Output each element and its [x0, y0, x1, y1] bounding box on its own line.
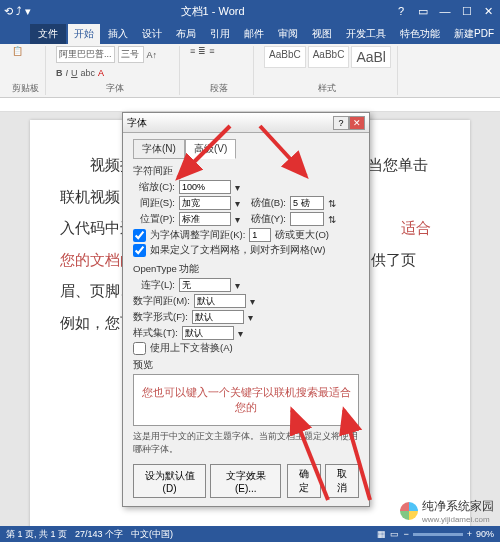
view-read-icon[interactable]: ▭ [390, 529, 399, 539]
tab-design[interactable]: 设计 [136, 24, 168, 44]
styleset-combo[interactable] [182, 326, 234, 340]
font-size-combo[interactable]: 三号 [118, 46, 144, 63]
spacing-combo[interactable] [179, 196, 231, 210]
language-status[interactable]: 中文(中国) [131, 528, 173, 541]
set-default-button[interactable]: 设为默认值(D) [133, 464, 206, 498]
view-print-icon[interactable]: ▦ [377, 529, 386, 539]
word-count[interactable]: 27/143 个字 [75, 528, 123, 541]
watermark-text: 纯净系统家园 [422, 498, 494, 515]
align-icon[interactable]: ≡ [209, 46, 214, 56]
zoom-out-icon[interactable]: − [403, 529, 408, 539]
group-label: 段落 [190, 82, 247, 95]
spacing-label: 间距(S): [133, 197, 175, 210]
position-combo[interactable] [179, 212, 231, 226]
tab-special[interactable]: 特色功能 [394, 24, 446, 44]
dialog-tab-advanced[interactable]: 高级(V) [185, 139, 236, 159]
zoom-slider[interactable] [413, 533, 463, 536]
font-color-icon[interactable]: A [98, 68, 104, 78]
tab-layout[interactable]: 布局 [170, 24, 202, 44]
dialog-tab-font[interactable]: 字体(N) [133, 139, 185, 159]
bold-button[interactable]: B [56, 68, 63, 78]
group-clipboard: 📋 剪贴板 [6, 46, 46, 95]
font-dialog: 字体 ? ✕ 字体(N) 高级(V) 字符间距 缩放(C): ▾ 间距(S): … [122, 112, 370, 507]
text-effects-button[interactable]: 文字效果(E)... [210, 464, 281, 498]
ribbon: 📋 剪贴板 阿里巴巴普... 三号 A↑ B I U abc A 字体 ≡ ≣ … [0, 44, 500, 98]
snapgrid-checkbox[interactable] [133, 244, 146, 257]
zoom-level[interactable]: 90% [476, 529, 494, 539]
group-styles: AaBbC AaBbC AaBl 样式 [258, 46, 398, 95]
paste-icon[interactable]: 📋 [12, 46, 23, 56]
tab-newpdf[interactable]: 新建PDF [448, 24, 500, 44]
tab-home[interactable]: 开始 [68, 24, 100, 44]
styleset-label: 样式集(T): [133, 327, 178, 340]
style-heading1[interactable]: AaBl [351, 46, 391, 68]
close-icon[interactable]: ✕ [482, 5, 496, 18]
preview-box: 您也可以键入一个关键字以联机搜索最适合您的 [133, 374, 359, 426]
ribbon-toggle-icon[interactable]: ▭ [416, 5, 430, 18]
spinner-icon[interactable]: ⇅ [328, 214, 336, 225]
tab-review[interactable]: 审阅 [272, 24, 304, 44]
dialog-close-icon[interactable]: ✕ [349, 116, 365, 130]
numform-label: 数字形式(F): [133, 311, 188, 324]
dialog-body: 字体(N) 高级(V) 字符间距 缩放(C): ▾ 间距(S): ▾ 磅值(B)… [123, 133, 369, 506]
section-label: 字符间距 [133, 165, 359, 178]
window-buttons: ? ▭ — ☐ ✕ [394, 5, 496, 18]
page-status[interactable]: 第 1 页, 共 1 页 [6, 528, 67, 541]
numspacing-combo[interactable] [194, 294, 246, 308]
file-tab[interactable]: 文件 [30, 24, 66, 44]
spinner-icon[interactable]: ⇅ [328, 198, 336, 209]
dropdown-icon[interactable]: ▾ [250, 296, 255, 307]
tab-view[interactable]: 视图 [306, 24, 338, 44]
font-name-combo[interactable]: 阿里巴巴普... [56, 46, 115, 63]
contextual-checkbox[interactable] [133, 342, 146, 355]
style-nospace[interactable]: AaBbC [308, 46, 350, 68]
group-font: 阿里巴巴普... 三号 A↑ B I U abc A 字体 [50, 46, 180, 95]
dropdown-icon[interactable]: ▾ [238, 328, 243, 339]
tab-references[interactable]: 引用 [204, 24, 236, 44]
bullets-icon[interactable]: ≡ [190, 46, 195, 56]
underline-button[interactable]: U [71, 68, 78, 78]
dropdown-icon[interactable]: ▾ [235, 198, 240, 209]
style-normal[interactable]: AaBbC [264, 46, 306, 68]
group-label: 字体 [56, 82, 173, 95]
scale-label: 缩放(C): [133, 181, 175, 194]
position-label: 位置(P): [133, 213, 175, 226]
window-titlebar: ⟲ ⤴ ▾ 文档1 - Word ? ▭ — ☐ ✕ [0, 0, 500, 22]
scale-combo[interactable] [179, 180, 231, 194]
kerning-label: 为字体调整字间距(K): [150, 229, 245, 242]
tab-insert[interactable]: 插入 [102, 24, 134, 44]
numform-combo[interactable] [192, 310, 244, 324]
dialog-title: 字体 [127, 116, 147, 130]
kerning-input[interactable] [249, 228, 271, 242]
italic-button[interactable]: I [66, 68, 69, 78]
ligature-combo[interactable] [179, 278, 231, 292]
ok-button[interactable]: 确定 [287, 464, 321, 498]
numbering-icon[interactable]: ≣ [198, 46, 206, 56]
dialog-help-icon[interactable]: ? [333, 116, 349, 130]
maximize-icon[interactable]: ☐ [460, 5, 474, 18]
cancel-button[interactable]: 取消 [325, 464, 359, 498]
group-paragraph: ≡ ≣ ≡ 段落 [184, 46, 254, 95]
position-pt-input[interactable] [290, 212, 324, 226]
contextual-label: 使用上下文替换(A) [150, 342, 233, 355]
strike-button[interactable]: abc [81, 68, 96, 78]
preview-label: 预览 [133, 359, 359, 372]
tab-mailings[interactable]: 邮件 [238, 24, 270, 44]
spacing-pt-input[interactable] [290, 196, 324, 210]
dropdown-icon[interactable]: ▾ [248, 312, 253, 323]
dropdown-icon[interactable]: ▾ [235, 214, 240, 225]
help-icon[interactable]: ? [394, 5, 408, 18]
dropdown-icon[interactable]: ▾ [235, 280, 240, 291]
kerning-unit: 磅或更大(O) [275, 229, 329, 242]
spacing-pt-label: 磅值(B): [244, 197, 286, 210]
minimize-icon[interactable]: — [438, 5, 452, 18]
watermark-logo-icon [400, 502, 418, 520]
zoom-in-icon[interactable]: + [467, 529, 472, 539]
kerning-checkbox[interactable] [133, 229, 146, 242]
status-bar: 第 1 页, 共 1 页 27/143 个字 中文(中国) ▦ ▭ − + 90… [0, 526, 500, 542]
tab-developer[interactable]: 开发工具 [340, 24, 392, 44]
watermark-url: www.yijidamei.com [422, 515, 494, 524]
position-pt-label: 磅值(Y): [244, 213, 286, 226]
dropdown-icon[interactable]: ▾ [235, 182, 240, 193]
font-grow-icon[interactable]: A↑ [147, 50, 158, 60]
